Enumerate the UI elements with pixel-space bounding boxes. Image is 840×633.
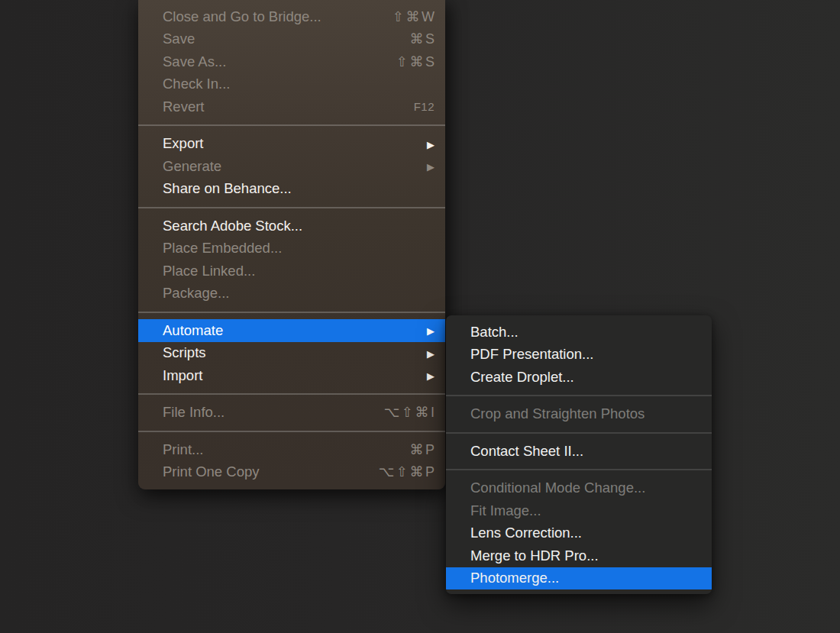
shortcut-label: ⌥⇧⌘P bbox=[379, 463, 437, 480]
menu-item-package: Package... bbox=[138, 283, 445, 305]
menu-item-save: Save ⌘S bbox=[138, 28, 445, 51]
menu-item-label: Revert bbox=[163, 99, 414, 115]
submenu-item-lens-correction[interactable]: Lens Correction... bbox=[446, 522, 712, 545]
shortcut-label: ⌘S bbox=[409, 31, 436, 47]
menu-item-label: Close and Go to Bridge... bbox=[163, 8, 393, 25]
menu-separator bbox=[138, 424, 445, 438]
menu-item-label: Check In... bbox=[163, 76, 435, 92]
menu-item-label: Batch... bbox=[470, 324, 701, 341]
menu-item-file-info: File Info... ⌥⇧⌘I bbox=[138, 402, 445, 425]
menu-item-search-adobe-stock[interactable]: Search Adobe Stock... bbox=[138, 215, 445, 237]
menu-item-label: Scripts bbox=[163, 344, 427, 361]
submenu-arrow-icon: ▶ bbox=[427, 326, 435, 336]
menu-item-print: Print... ⌘P bbox=[138, 438, 445, 461]
shortcut-label: ⌘P bbox=[409, 441, 436, 458]
submenu-arrow-icon: ▶ bbox=[427, 348, 435, 358]
menu-item-generate: Generate ▶ bbox=[138, 155, 445, 178]
menu-item-label: Place Embedded... bbox=[163, 240, 435, 257]
menu-item-label: Search Adobe Stock... bbox=[163, 218, 435, 234]
menu-item-label: Place Linked... bbox=[163, 263, 435, 279]
menu-item-label: Print One Copy bbox=[163, 463, 379, 480]
menu-item-share-on-behance[interactable]: Share on Behance... bbox=[138, 178, 445, 201]
shortcut-label: F12 bbox=[414, 100, 435, 113]
submenu-item-crop-and-straighten-photos: Crop and Straighten Photos bbox=[446, 403, 712, 426]
menu-separator bbox=[446, 389, 712, 403]
submenu-item-conditional-mode-change: Conditional Mode Change... bbox=[446, 477, 712, 500]
menu-item-import[interactable]: Import ▶ bbox=[138, 364, 445, 387]
menu-item-label: Conditional Mode Change... bbox=[470, 480, 701, 496]
submenu-item-photomerge[interactable]: Photomerge... bbox=[446, 567, 712, 590]
menu-item-label: Generate bbox=[163, 158, 427, 175]
menu-item-export[interactable]: Export ▶ bbox=[138, 133, 445, 156]
submenu-item-contact-sheet-ii[interactable]: Contact Sheet II... bbox=[446, 440, 712, 463]
menu-item-label: Fit Image... bbox=[470, 502, 701, 519]
menu-item-scripts[interactable]: Scripts ▶ bbox=[138, 342, 445, 365]
menu-separator bbox=[138, 305, 445, 319]
menu-item-revert: Revert F12 bbox=[138, 95, 445, 118]
submenu-item-create-droplet[interactable]: Create Droplet... bbox=[446, 366, 712, 389]
menu-item-place-linked: Place Linked... bbox=[138, 260, 445, 283]
shortcut-label: ⌥⇧⌘I bbox=[384, 404, 437, 421]
menu-item-label: Export bbox=[163, 135, 427, 152]
menu-item-label: Lens Correction... bbox=[470, 525, 701, 541]
shortcut-label: ⇧⌘S bbox=[396, 53, 437, 70]
submenu-arrow-icon: ▶ bbox=[427, 371, 435, 381]
menu-item-label: File Info... bbox=[163, 404, 384, 421]
menu-item-print-one-copy: Print One Copy ⌥⇧⌘P bbox=[138, 461, 445, 484]
submenu-arrow-icon: ▶ bbox=[427, 139, 435, 149]
menu-item-place-embedded: Place Embedded... bbox=[138, 237, 445, 260]
menu-item-label: Print... bbox=[163, 441, 409, 458]
menu-item-label: Create Droplet... bbox=[470, 369, 701, 386]
menu-item-label: Save bbox=[163, 31, 409, 47]
menu-item-label: Photomerge... bbox=[470, 570, 701, 586]
file-menu: Close and Go to Bridge... ⇧⌘W Save ⌘S Sa… bbox=[138, 0, 445, 489]
menu-item-label: Automate bbox=[163, 322, 427, 339]
shortcut-label: ⇧⌘W bbox=[393, 8, 437, 25]
submenu-item-pdf-presentation[interactable]: PDF Presentation... bbox=[446, 344, 712, 367]
menu-item-save-as: Save As... ⇧⌘S bbox=[138, 50, 445, 73]
menu-item-label: Share on Behance... bbox=[163, 180, 435, 197]
menu-item-label: Import bbox=[163, 367, 427, 384]
menu-item-label: Crop and Straighten Photos bbox=[470, 405, 701, 422]
menu-item-label: Merge to HDR Pro... bbox=[470, 547, 701, 564]
menu-item-label: Package... bbox=[163, 285, 435, 302]
submenu-arrow-icon: ▶ bbox=[427, 162, 435, 172]
menu-separator bbox=[138, 118, 445, 133]
submenu-item-fit-image: Fit Image... bbox=[446, 499, 712, 522]
menu-item-automate[interactable]: Automate ▶ bbox=[138, 319, 445, 342]
menu-separator bbox=[446, 463, 712, 477]
menu-separator bbox=[138, 200, 445, 215]
menu-separator bbox=[446, 425, 712, 440]
submenu-item-merge-to-hdr-pro[interactable]: Merge to HDR Pro... bbox=[446, 544, 712, 567]
menu-item-check-in: Check In... bbox=[138, 73, 445, 96]
menu-separator bbox=[138, 387, 445, 402]
menu-item-close-and-go-to-bridge: Close and Go to Bridge... ⇧⌘W bbox=[138, 5, 445, 28]
automate-submenu: Batch... PDF Presentation... Create Drop… bbox=[446, 315, 712, 594]
submenu-item-batch[interactable]: Batch... bbox=[446, 321, 712, 344]
menu-item-label: Contact Sheet II... bbox=[470, 443, 701, 460]
menu-item-label: PDF Presentation... bbox=[470, 346, 701, 363]
menu-item-label: Save As... bbox=[163, 53, 396, 70]
